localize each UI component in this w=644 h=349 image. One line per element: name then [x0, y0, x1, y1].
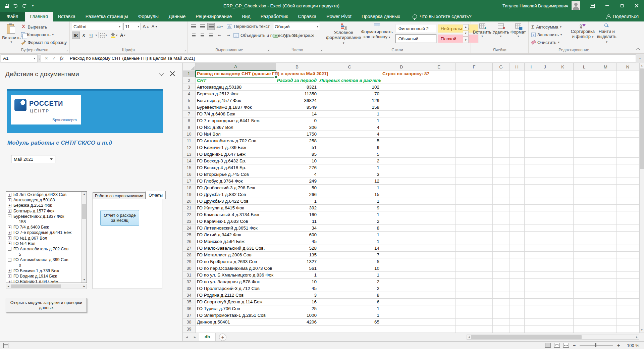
cell[interactable] — [422, 326, 456, 333]
row-header-22[interactable]: 22 — [183, 211, 196, 218]
cell[interactable] — [538, 131, 552, 137]
cell[interactable] — [493, 245, 509, 251]
cell[interactable]: 7 — [318, 252, 381, 258]
expand-icon[interactable]: + — [8, 204, 11, 207]
cell[interactable]: Автозаводец д.50188 — [196, 84, 276, 90]
cell[interactable]: ГО Жигули д.6415 Фок — [196, 205, 276, 211]
cell[interactable] — [493, 158, 509, 164]
cell[interactable] — [493, 279, 509, 285]
cell[interactable] — [422, 117, 456, 124]
cell[interactable] — [509, 111, 525, 117]
row-header-17[interactable]: 17 — [183, 178, 196, 184]
cell[interactable] — [456, 151, 493, 157]
cell[interactable] — [381, 117, 422, 124]
percent-button[interactable]: % — [282, 32, 289, 39]
cell[interactable] — [422, 218, 456, 225]
cell[interactable]: 8 — [318, 292, 381, 298]
ribbon-tab-3[interactable]: Разметка страницы — [80, 12, 133, 21]
cell[interactable] — [422, 319, 456, 325]
cell[interactable] — [574, 178, 595, 184]
cell[interactable]: 14 — [318, 245, 381, 251]
tell-me-box[interactable]: Что вы хотите сделать? — [413, 14, 472, 21]
cell[interactable] — [595, 319, 616, 325]
cell[interactable] — [595, 111, 616, 117]
cell[interactable] — [456, 292, 493, 298]
cell[interactable] — [525, 77, 538, 84]
cell[interactable]: 5 — [318, 258, 381, 265]
cell[interactable]: 249 — [276, 178, 318, 184]
cell[interactable] — [616, 238, 639, 245]
cell[interactable] — [509, 312, 525, 318]
cell[interactable] — [381, 292, 422, 298]
font-name-combo[interactable]: Calibri▾ — [72, 23, 122, 30]
row-header-25[interactable]: 25 — [183, 232, 196, 238]
cell[interactable]: ГО по пер.Осоавиахима д.2073 Сов — [196, 265, 276, 271]
column-header-I[interactable]: I — [525, 63, 538, 70]
column-header-F[interactable]: F — [456, 63, 493, 70]
cell[interactable]: 135 — [276, 252, 318, 258]
cell[interactable] — [422, 238, 456, 245]
cell[interactable] — [595, 185, 616, 191]
page-break-view-icon[interactable] — [563, 343, 569, 348]
cell[interactable] — [525, 258, 538, 265]
cell[interactable] — [456, 117, 493, 124]
cell[interactable] — [422, 225, 456, 231]
cell[interactable] — [595, 104, 616, 110]
row-header-4[interactable]: 4 — [183, 91, 196, 97]
cell[interactable] — [456, 312, 493, 318]
dialog-launcher-icon[interactable] — [183, 49, 186, 52]
cell[interactable] — [381, 225, 422, 231]
cell[interactable] — [616, 124, 639, 131]
tree-item[interactable]: −ГО Автомобилист д.399 Сов — [6, 257, 81, 262]
cell[interactable] — [595, 299, 616, 305]
cell[interactable] — [616, 252, 639, 258]
cell[interactable] — [422, 97, 456, 104]
cell[interactable] — [456, 104, 493, 110]
cell[interactable] — [422, 265, 456, 271]
cell[interactable] — [422, 104, 456, 110]
column-header-M[interactable]: M — [595, 63, 616, 70]
cancel-entry-icon[interactable]: ✕ — [45, 56, 48, 61]
cell[interactable] — [574, 252, 595, 258]
cell[interactable]: ГО 7/4 д.6408 Беж — [196, 111, 276, 117]
cell[interactable] — [552, 178, 574, 184]
column-header-A[interactable]: A — [196, 63, 276, 70]
row-header-15[interactable]: 15 — [183, 164, 196, 171]
cell[interactable] — [616, 205, 639, 211]
cell[interactable] — [456, 258, 493, 265]
cell[interactable] — [538, 218, 552, 225]
cell[interactable] — [456, 252, 493, 258]
cell[interactable] — [525, 158, 538, 164]
cell[interactable] — [595, 225, 616, 231]
cell[interactable]: 1 — [318, 232, 381, 238]
expand-icon[interactable]: + — [8, 280, 11, 283]
cell[interactable] — [538, 305, 552, 312]
cell[interactable] — [552, 198, 574, 204]
cell[interactable] — [552, 158, 574, 164]
cell[interactable] — [509, 305, 525, 312]
conditional-formatting-button[interactable]: ≠ Условноеформатирование ▾ — [326, 23, 361, 47]
pane-tab-0[interactable]: Работа со справочниками — [93, 192, 146, 199]
cell[interactable] — [381, 111, 422, 117]
cell[interactable] — [509, 171, 525, 178]
cell[interactable] — [525, 232, 538, 238]
cell[interactable] — [381, 171, 422, 178]
cell[interactable]: ГО Турист д.706 Сов — [196, 305, 276, 312]
cell[interactable] — [616, 198, 639, 204]
row-header-30[interactable]: 30 — [183, 265, 196, 271]
cell[interactable] — [509, 77, 525, 84]
row-header-6[interactable]: 6 — [183, 104, 196, 110]
cell[interactable] — [422, 279, 456, 285]
cell[interactable] — [493, 144, 509, 151]
cell[interactable] — [381, 265, 422, 271]
dialog-launcher-icon[interactable] — [65, 49, 68, 52]
cell[interactable] — [422, 272, 456, 278]
column-header-G[interactable]: G — [493, 63, 509, 70]
cell[interactable] — [616, 111, 639, 117]
cell[interactable] — [552, 111, 574, 117]
cell[interactable] — [574, 77, 595, 84]
cell[interactable] — [595, 191, 616, 198]
cell[interactable]: 15 — [318, 191, 381, 198]
cell[interactable] — [616, 117, 639, 124]
cell[interactable] — [525, 104, 538, 110]
